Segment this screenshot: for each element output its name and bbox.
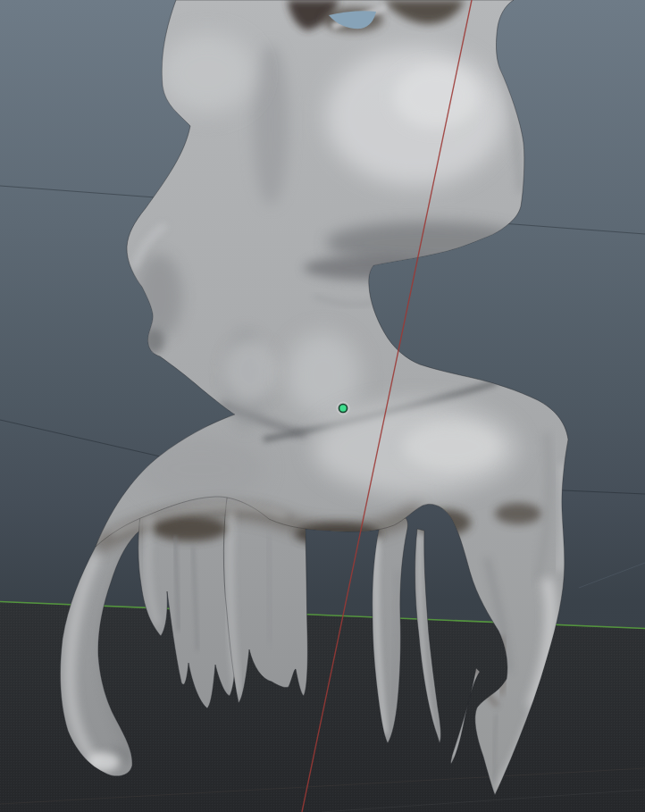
brush-cursor-dot <box>339 405 348 413</box>
viewport-canvas[interactable] <box>0 0 645 812</box>
sculpt-viewport[interactable] <box>0 0 645 812</box>
brush-cursor <box>337 402 349 414</box>
